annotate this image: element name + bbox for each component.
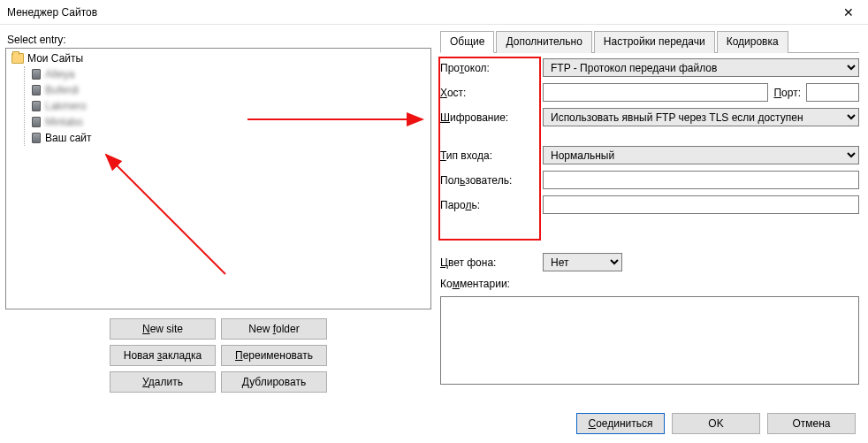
left-pane: Select entry: Мои Сайты Alteya Buferdi L… (5, 30, 431, 398)
site-tree[interactable]: Мои Сайты Alteya Buferdi Lakmero Mintabo… (5, 48, 431, 309)
user-label: Пользователь: (440, 174, 539, 187)
connect-button[interactable]: Соединиться (576, 413, 665, 434)
tree-root[interactable]: Мои Сайты (11, 52, 425, 65)
port-label: Порт: (773, 87, 801, 99)
user-input[interactable] (543, 171, 859, 189)
rename-button[interactable]: Переименовать (221, 345, 327, 366)
tab-transfer[interactable]: Настройки передачи (594, 31, 715, 53)
server-icon (32, 69, 41, 80)
password-label: Пароль: (440, 199, 539, 211)
comments-textarea[interactable] (440, 296, 859, 385)
new-site-button[interactable]: New site (110, 318, 216, 340)
titlebar: Менеджер Сайтов ✕ (0, 0, 868, 25)
logon-type-select[interactable]: Нормальный (543, 146, 859, 164)
close-icon[interactable]: ✕ (836, 2, 861, 23)
general-form: Протокол: FTP - Протокол передачи файлов… (440, 58, 859, 387)
dialog-buttons: Соединиться OK Отмена (576, 413, 856, 434)
cancel-button[interactable]: Отмена (767, 413, 856, 434)
tree-item[interactable]: Mintabo (32, 114, 425, 130)
delete-button[interactable]: Удалить (110, 371, 216, 393)
protocol-label: Протокол: (440, 62, 539, 74)
folder-icon (11, 53, 24, 64)
server-icon (32, 117, 41, 127)
duplicate-button[interactable]: Дублировать (221, 371, 327, 393)
window-title: Менеджер Сайтов (7, 6, 97, 19)
tree-item[interactable]: Lakmero (32, 98, 425, 114)
select-entry-label: Select entry: (7, 34, 431, 46)
tab-charset[interactable]: Кодировка (717, 31, 788, 53)
tree-children: Alteya Buferdi Lakmero Mintabo Ваш сайт (24, 66, 425, 146)
server-icon (32, 85, 41, 95)
logon-type-label: Тип входа: (440, 149, 539, 162)
server-icon (32, 101, 41, 111)
server-icon (32, 133, 41, 143)
comments-label: Комментарии: (440, 278, 539, 290)
bgcolor-select[interactable]: Нет (543, 253, 622, 271)
tree-buttons: New site New folder Новая закладка Переи… (106, 318, 331, 393)
encryption-label: Шифрование: (440, 111, 539, 124)
tabstrip: Общие Дополнительно Настройки передачи К… (440, 30, 859, 53)
tab-advanced[interactable]: Дополнительно (496, 31, 591, 53)
protocol-select[interactable]: FTP - Протокол передачи файлов (543, 58, 859, 77)
host-label: Хост: (440, 87, 539, 99)
tree-item[interactable]: Buferdi (32, 82, 425, 98)
host-input[interactable] (543, 83, 768, 102)
bgcolor-label: Цвет фона: (440, 256, 539, 269)
new-bookmark-button[interactable]: Новая закладка (110, 345, 216, 366)
tree-item-selected[interactable]: Ваш сайт (32, 130, 425, 146)
new-folder-button[interactable]: New folder (221, 318, 327, 340)
password-input[interactable] (543, 195, 859, 214)
ok-button[interactable]: OK (672, 413, 760, 434)
port-input[interactable] (806, 83, 859, 102)
encryption-select[interactable]: Использовать явный FTP через TLS если до… (543, 108, 859, 126)
right-pane: Общие Дополнительно Настройки передачи К… (440, 30, 859, 398)
tree-item[interactable]: Alteya (32, 66, 425, 82)
tree-root-label: Мои Сайты (27, 52, 83, 65)
tab-general[interactable]: Общие (440, 31, 494, 53)
